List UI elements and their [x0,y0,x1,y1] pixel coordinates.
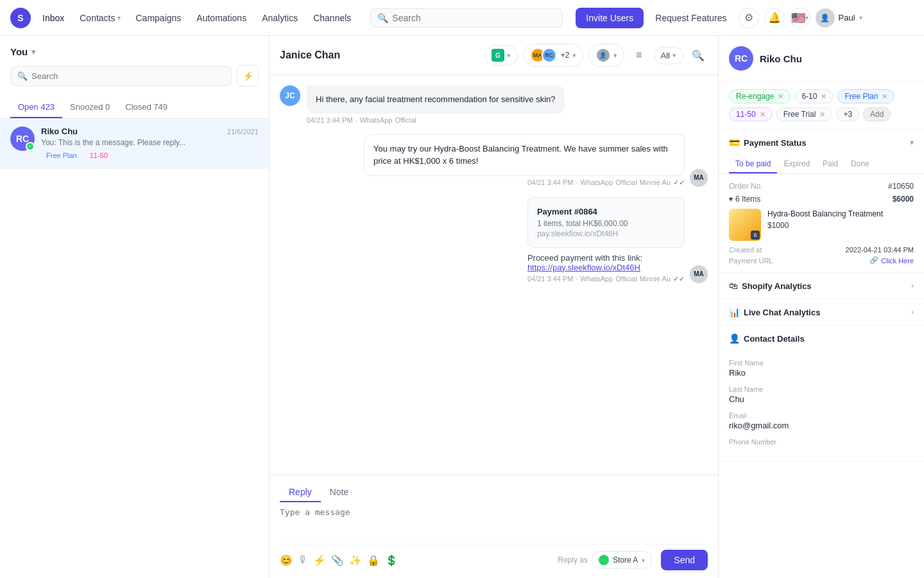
request-features-button[interactable]: Request Features [649,9,733,27]
order-no-label: Order No. [729,182,763,191]
nav-automations[interactable]: Automations [190,9,253,27]
email-value: riko@gmail.com [729,421,914,430]
nav-analytics[interactable]: Analytics [255,9,304,27]
click-here-label: Click Here [881,257,914,265]
notifications-icon-button[interactable]: 🔔 [764,8,785,28]
first-name-field: First Name Riko [729,359,914,378]
double-check-icon: ✓✓ [673,275,685,283]
filter-button[interactable]: ⚡ [237,65,259,87]
items-row: ▾ 6 Items $6000 [729,195,914,204]
tab-paid[interactable]: Paid [816,155,844,173]
send-button[interactable]: Send [661,550,708,570]
url-label: Payment URL [729,257,773,265]
payment-url-link[interactable]: 🔗 Click Here [869,256,914,265]
chevron-down-icon: ▾ [805,14,809,21]
tag-free-plan: Free Plan [41,150,82,161]
product-info: Hydra-Boost Balancing Treatment $1000 [767,209,914,230]
global-search-input[interactable] [392,13,556,23]
you-dropdown[interactable]: You ▾ [10,46,259,57]
search-messages-button[interactable]: 🔍 [689,46,708,65]
settings-icon-button[interactable]: ⚙ [739,8,759,28]
microphone-icon[interactable]: 🎙 [298,554,308,566]
chevron-down-icon: ▾ [672,51,676,60]
channel-pill[interactable]: G ▾ [484,45,518,66]
remove-tag-6-10[interactable]: ✕ [821,92,826,101]
convo-tags: Free Plan 11-50 [41,150,259,161]
chart-icon: 📊 [729,307,740,317]
remove-tag-free-trial[interactable]: ✕ [819,110,825,119]
conversation-item[interactable]: RC ✓ Riko Chu 21/6/2021 You: This is the… [0,119,269,169]
reply-area: Reply Note 😊 🎙 ⚡ 📎 ✨ 🔒 💲 Reply [270,475,718,578]
remove-tag-11-50[interactable]: ✕ [760,110,766,119]
flag-icon-button[interactable]: 🇺🇸 ▾ [790,8,810,28]
lightning-icon[interactable]: ⚡ [313,554,326,566]
user-menu[interactable]: 👤 Paul ▾ [816,8,862,28]
tab-expired[interactable]: Expired [777,155,816,173]
tab-note[interactable]: Note [321,483,358,502]
live-chat-analytics-header[interactable]: 📊 Live Chat Analytics › [719,299,924,325]
conversation-search-input[interactable] [31,71,225,81]
email-label: Email [729,412,914,419]
tab-to-be-paid[interactable]: To be paid [729,155,777,173]
whatsapp-badge: ✓ [26,142,35,151]
nav-icons: ⚙ 🔔 🇺🇸 ▾ 👤 Paul ▾ [739,8,862,28]
payment-proceed-link[interactable]: https://pay.sleekflow.io/xDt46H [527,263,640,272]
add-tag-button[interactable]: Add [863,107,891,121]
assignee-avatars: MA RC [530,48,557,63]
tab-reply[interactable]: Reply [280,483,321,502]
nav-campaigns[interactable]: Campaigns [130,9,188,27]
reply-as-label: Reply as [558,556,588,565]
link-icon: 🔗 [869,256,878,265]
payment-card: Payment #0864 1 items, total HK$6,000.00… [527,197,685,248]
chevron-down-icon: ▾ [117,14,121,21]
nav-channels[interactable]: Channels [307,9,357,27]
main-layout: You ▾ 🔍 ⚡ Open 423 Snoozed 0 Clos [0,36,924,578]
assignee-pill[interactable]: MA RC +2 ▾ [523,44,583,67]
tag-11-50: 11-50 [85,150,113,161]
contact-tags: Re-engage ✕ 6-10 ✕ Free Plan ✕ 11-50 ✕ F… [729,89,914,121]
tab-done[interactable]: Done [844,155,876,173]
msg-meta-outgoing: 04/21 3:44 PM · WhatsApp Official Minnie… [364,179,685,187]
chevron-down-icon: ▾ [910,138,914,147]
conversation-body: Riko Chu 21/6/2021 You: This is the a me… [41,127,259,161]
nav-links: Inbox Contacts ▾ Campaigns Automations A… [36,9,357,27]
contact-name: Riko Chu [760,53,802,64]
conversation-list: RC ✓ Riko Chu 21/6/2021 You: This is the… [0,119,269,578]
nav-inbox[interactable]: Inbox [36,9,71,27]
payment-status-header[interactable]: 💳 Payment Status ▾ [719,130,924,155]
attachment-icon[interactable]: 📎 [331,554,344,566]
items-expand[interactable]: ▾ 6 Items [729,195,760,204]
url-row: Payment URL 🔗 Click Here [729,256,914,265]
reply-input[interactable] [280,507,708,538]
contact-details-header[interactable]: 👤 Contact Details [719,326,924,351]
conversation-search-wrap[interactable]: 🔍 [10,66,232,86]
remove-tag-re-engage[interactable]: ✕ [778,92,783,101]
emoji-icon[interactable]: 😊 [280,554,293,566]
global-search-bar[interactable]: 🔍 [370,8,563,28]
dollar-icon[interactable]: 💲 [385,554,398,566]
tab-closed[interactable]: Closed 749 [117,97,175,118]
sparkle-icon[interactable]: ✨ [349,554,362,566]
us-flag-icon: 🇺🇸 [791,11,805,25]
lock-icon[interactable]: 🔒 [367,554,380,566]
payment-status-section: 💳 Payment Status ▾ To be paid Expired Pa… [719,130,924,273]
all-filter-pill[interactable]: All ▾ [654,47,683,64]
filter-icon: ⚡ [243,71,253,81]
remove-tag-free-plan[interactable]: ✕ [882,92,887,101]
reply-as-select[interactable]: Store A ▾ [592,551,652,569]
shopify-analytics-header[interactable]: 🛍 Shopify Analytics › [719,273,924,299]
nav-contacts[interactable]: Contacts ▾ [73,9,126,27]
left-panel-header: You ▾ 🔍 ⚡ [0,36,269,92]
status-pill[interactable]: 👤 ▾ [588,44,624,67]
email-field: Email riko@gmail.com [729,412,914,430]
msg-meta: 04/21 3:44 PM · WhatsApp Official [307,116,565,124]
contact-header: RC Riko Chu [729,46,914,71]
tab-open[interactable]: Open 423 [10,97,62,118]
filter-icon-button[interactable]: ≡ [629,46,649,65]
contact-details-content: First Name Riko Last Name Chu Email riko… [719,351,924,461]
msg-meta-payment: 04/21 3:44 PM · WhatsApp Official Minnie… [527,275,685,283]
invite-users-button[interactable]: Invite Users [576,8,644,28]
outgoing-bubble-wrap: You may try our Hydra-Boost Balancing Tr… [364,134,685,187]
created-label: Created at [729,246,762,254]
tab-snoozed[interactable]: Snoozed 0 [62,97,117,118]
